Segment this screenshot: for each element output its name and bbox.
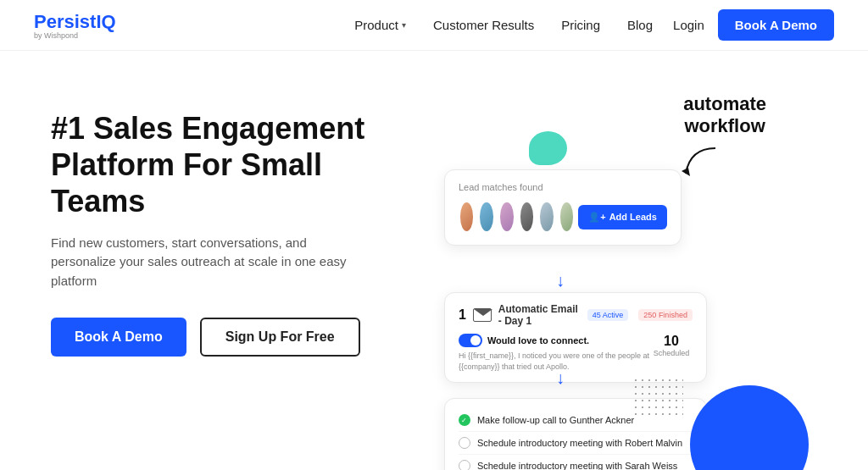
hero-section: #1 Sales Engagement Platform For Small T… <box>0 51 868 470</box>
hero-title: #1 Sales Engagement Platform For Small T… <box>51 110 419 220</box>
nav-pricing[interactable]: Pricing <box>561 18 600 32</box>
avatar-6 <box>559 201 576 233</box>
task-label-1: Make follow-up call to Gunther Ackner <box>477 415 634 425</box>
scheduled-label: Scheduled <box>650 349 693 357</box>
arrow-down-icon-1: ↓ <box>556 271 565 290</box>
avatar-2 <box>478 201 495 233</box>
logo[interactable]: PersistIQ by Wishpond <box>34 11 116 40</box>
task-label-3: Schedule introductory meeting with Sarah… <box>477 461 677 470</box>
automate-workflow-label: automate workflow <box>683 93 766 138</box>
email-subject: Would love to connect. <box>487 335 589 346</box>
task-item-3: Schedule introductory meeting with Sarah… <box>459 455 693 470</box>
hero-subtitle: Find new customers, start conversations,… <box>51 234 373 291</box>
user-plus-icon: 👤+ <box>588 212 605 223</box>
avatar-5 <box>538 201 555 233</box>
hero-buttons: Book A Demo Sign Up For Free <box>51 318 419 357</box>
email-card-header: 1 Automatic Email - Day 1 45 Active 250 … <box>459 303 693 327</box>
book-demo-button[interactable]: Book A Demo <box>51 318 186 357</box>
email-day-number: 1 <box>459 307 466 323</box>
chevron-down-icon: ▾ <box>402 20 406 30</box>
email-toggle[interactable] <box>459 334 482 347</box>
dots-decoration <box>632 377 683 419</box>
arrow-down-icon-2: ↓ <box>556 368 565 388</box>
toggle-row: Would love to connect. <box>459 334 650 347</box>
nav-links: Product ▾ Customer Results Pricing Blog <box>354 18 653 32</box>
teal-blob-decoration <box>529 131 567 165</box>
task-check-done-icon: ✓ <box>459 414 470 426</box>
navbar: PersistIQ by Wishpond Product ▾ Customer… <box>0 0 868 51</box>
hero-left: #1 Sales Engagement Platform For Small T… <box>51 85 419 357</box>
logo-sub: by Wishpond <box>34 31 116 40</box>
hero-right-mockup: automate workflow Lead matches found 👤+ … <box>419 85 817 470</box>
avatar-4 <box>519 201 536 233</box>
logo-text: PersistIQ <box>34 11 116 33</box>
task-item-2: Schedule introductory meeting with Rober… <box>459 432 693 455</box>
task-label-2: Schedule introductory meeting with Rober… <box>477 438 682 448</box>
task-check-empty-icon-2 <box>459 460 470 470</box>
email-preview: Would love to connect. Hi {{first_name}}… <box>459 334 650 372</box>
avatars-row: 👤+ Add Leads <box>459 201 667 233</box>
avatar-3 <box>498 201 515 233</box>
scheduled-box: 10 Scheduled <box>650 334 693 357</box>
task-check-empty-icon-1 <box>459 437 470 449</box>
email-icon <box>473 308 492 322</box>
signup-free-button[interactable]: Sign Up For Free <box>200 318 360 357</box>
nav-book-demo-button[interactable]: Book A Demo <box>718 9 834 41</box>
lead-matches-card: Lead matches found 👤+ Add Leads <box>444 169 682 246</box>
nav-blog[interactable]: Blog <box>627 18 653 32</box>
email-body-text: Hi {{first_name}}, I noticed you were on… <box>459 351 650 372</box>
lead-matches-title: Lead matches found <box>459 182 667 192</box>
nav-product[interactable]: Product ▾ <box>354 18 406 32</box>
svg-marker-0 <box>682 168 690 176</box>
avatar-1 <box>459 201 476 233</box>
active-badge: 45 Active <box>587 309 629 321</box>
scheduled-count: 10 <box>650 334 693 349</box>
add-leads-button[interactable]: 👤+ Add Leads <box>578 205 667 229</box>
finished-badge: 250 Finished <box>638 309 693 321</box>
email-sequence-card: 1 Automatic Email - Day 1 45 Active 250 … <box>444 292 707 383</box>
nav-customer-results[interactable]: Customer Results <box>433 18 534 32</box>
automate-arrow-icon <box>673 144 724 178</box>
email-card-body: Would love to connect. Hi {{first_name}}… <box>459 334 693 372</box>
email-card-title: Automatic Email - Day 1 <box>498 303 581 327</box>
nav-login[interactable]: Login <box>673 18 704 32</box>
blue-circle-decoration <box>690 385 809 470</box>
